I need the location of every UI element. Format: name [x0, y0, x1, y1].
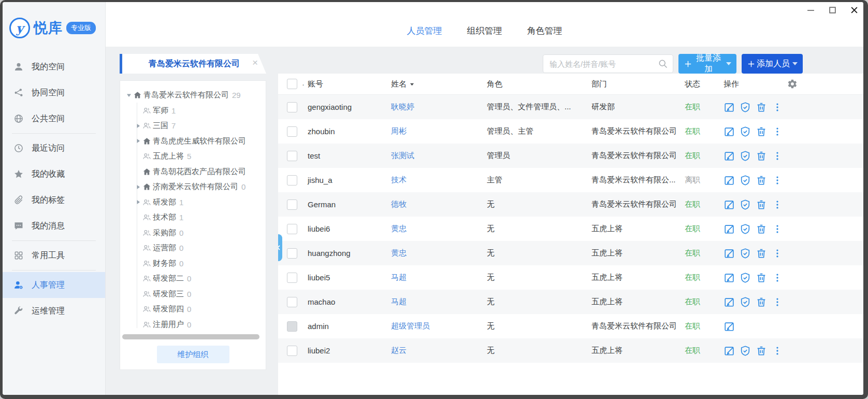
caret-right-icon[interactable]: [136, 123, 142, 129]
edit-button[interactable]: [724, 345, 735, 357]
tree-node[interactable]: 五虎上将5: [125, 149, 266, 164]
row-checkbox[interactable]: [287, 151, 297, 161]
search-input[interactable]: [543, 54, 673, 73]
org-tab[interactable]: 青岛爱米云软件有限公司 ×: [120, 54, 266, 74]
edit-button[interactable]: [724, 126, 735, 137]
maximize-icon[interactable]: [828, 6, 836, 14]
caret-down-icon[interactable]: [126, 93, 133, 98]
sidebar-item-hr[interactable]: 人事管理: [3, 272, 105, 298]
close-icon[interactable]: [850, 6, 858, 14]
tab-role[interactable]: 角色管理: [527, 25, 562, 37]
user-name-link[interactable]: 周彬: [391, 126, 407, 136]
delete-button[interactable]: [756, 248, 767, 259]
sidebar-item-messages[interactable]: 我的消息: [3, 213, 105, 239]
more-actions-button[interactable]: [772, 345, 783, 357]
sidebar-item-tools[interactable]: 常用工具: [3, 243, 105, 268]
permission-shield-button[interactable]: [740, 296, 751, 308]
tab-organization[interactable]: 组织管理: [467, 25, 502, 37]
permission-shield-button[interactable]: [740, 345, 751, 357]
tree-node[interactable]: 三国7: [125, 118, 266, 134]
delete-button[interactable]: [756, 150, 767, 162]
tree-node[interactable]: 注册用户0: [125, 317, 266, 333]
delete-button[interactable]: [756, 175, 767, 186]
tree-node[interactable]: 军师1: [125, 103, 266, 119]
sidebar-item-my-space[interactable]: 我的空间: [3, 54, 105, 80]
batch-add-button[interactable]: 批量添加: [678, 54, 736, 74]
delete-button[interactable]: [756, 102, 767, 113]
edit-button[interactable]: [724, 272, 735, 283]
permission-shield-button[interactable]: [740, 248, 751, 259]
delete-button[interactable]: [756, 345, 767, 357]
tree-node[interactable]: 青岛虎虎生威软件有限公司: [125, 134, 266, 149]
tree-node[interactable]: 青岛爱米云软件有限公司29: [125, 88, 266, 103]
row-checkbox[interactable]: [287, 248, 297, 259]
row-checkbox[interactable]: [287, 273, 297, 283]
edit-button[interactable]: [724, 223, 735, 235]
user-name-link[interactable]: 超级管理员: [391, 321, 430, 331]
row-checkbox[interactable]: [287, 200, 297, 210]
permission-shield-button[interactable]: [740, 223, 751, 235]
caret-right-icon[interactable]: [136, 138, 142, 144]
edit-button[interactable]: [724, 321, 735, 332]
more-actions-button[interactable]: [772, 296, 783, 308]
tree-node[interactable]: 财务部0: [125, 256, 266, 272]
row-checkbox[interactable]: [287, 297, 297, 307]
sidebar-item-ops[interactable]: 运维管理: [3, 298, 105, 324]
more-actions-button[interactable]: [772, 126, 783, 137]
permission-shield-button[interactable]: [740, 199, 751, 210]
more-actions-button[interactable]: [772, 102, 783, 113]
more-actions-button[interactable]: [772, 175, 783, 186]
delete-button[interactable]: [756, 223, 767, 235]
permission-shield-button[interactable]: [740, 272, 751, 283]
user-name-link[interactable]: 马超: [391, 297, 407, 307]
org-tab-close-icon[interactable]: ×: [252, 58, 258, 67]
more-actions-button[interactable]: [772, 150, 783, 162]
more-actions-button[interactable]: [772, 272, 783, 283]
tree-node[interactable]: 研发部三0: [125, 287, 266, 302]
caret-right-icon[interactable]: [136, 200, 142, 205]
delete-button[interactable]: [756, 199, 767, 210]
maintain-org-button[interactable]: 维护组织: [157, 346, 229, 363]
sidebar-item-collab-space[interactable]: 协同空间: [3, 80, 105, 106]
minimize-icon[interactable]: [806, 6, 815, 14]
permission-shield-button[interactable]: [740, 126, 751, 137]
row-checkbox[interactable]: [287, 224, 297, 234]
user-name-link[interactable]: 赵云: [391, 346, 407, 355]
tree-node[interactable]: 采购部0: [125, 225, 266, 241]
more-actions-button[interactable]: [772, 199, 783, 210]
caret-right-icon[interactable]: [136, 184, 142, 190]
edit-button[interactable]: [724, 150, 735, 162]
sidebar-item-recent[interactable]: 最近访问: [3, 135, 105, 161]
user-name-link[interactable]: 黄忠: [391, 248, 407, 258]
edit-button[interactable]: [724, 175, 735, 186]
select-all-checkbox[interactable]: [287, 79, 297, 89]
edit-button[interactable]: [724, 296, 735, 308]
sidebar-item-public-space[interactable]: 公共空间: [3, 106, 105, 132]
user-name-link[interactable]: 德牧: [391, 200, 407, 209]
delete-button[interactable]: [756, 126, 767, 137]
tree-node[interactable]: 技术部1: [125, 210, 266, 225]
user-name-link[interactable]: 耿晓婷: [391, 102, 414, 112]
column-settings-gear-icon[interactable]: [787, 79, 798, 89]
panel-collapse-handle[interactable]: [278, 234, 282, 261]
tree-node[interactable]: 研发部1: [125, 195, 266, 210]
user-name-link[interactable]: 黄忠: [391, 224, 407, 234]
tab-personnel[interactable]: 人员管理: [407, 25, 442, 37]
user-name-link[interactable]: 马超: [391, 273, 407, 282]
header-name[interactable]: 姓名: [391, 79, 487, 89]
delete-button[interactable]: [756, 296, 767, 308]
tree-node[interactable]: 济南爱米云软件有限公司0: [125, 179, 266, 195]
permission-shield-button[interactable]: [740, 175, 751, 186]
sidebar-item-tags[interactable]: 我的标签: [3, 187, 105, 213]
add-person-button[interactable]: 添加人员: [742, 54, 803, 74]
more-actions-button[interactable]: [772, 223, 783, 235]
tree-node[interactable]: 运营部0: [125, 240, 266, 256]
user-name-link[interactable]: 张测试: [391, 151, 414, 161]
row-checkbox[interactable]: [287, 126, 297, 137]
delete-button[interactable]: [756, 272, 767, 283]
permission-shield-button[interactable]: [740, 102, 751, 113]
scrollbar-thumb[interactable]: [122, 334, 259, 339]
permission-shield-button[interactable]: [740, 150, 751, 162]
edit-button[interactable]: [724, 248, 735, 259]
row-checkbox[interactable]: [287, 102, 297, 112]
